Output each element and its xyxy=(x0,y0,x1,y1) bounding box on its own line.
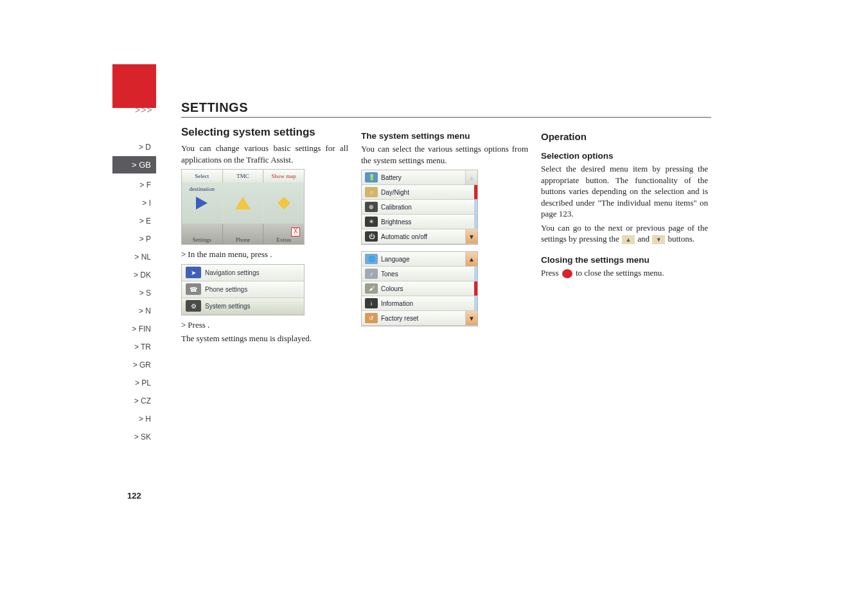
back-button-icon xyxy=(562,269,572,278)
list-item-phone-settings[interactable]: ☎ Phone settings xyxy=(182,281,304,298)
scroll-track xyxy=(474,200,477,214)
colours-label: Colours xyxy=(381,285,403,292)
p3b: to close the settings menu. xyxy=(574,268,664,278)
menu-item-factory-reset[interactable]: ↺ Factory reset ▼ xyxy=(362,311,477,326)
sidebar-item-e[interactable]: > E xyxy=(112,212,156,230)
inline-up-arrow-icon: ▲ xyxy=(622,235,635,244)
p2c: buttons. xyxy=(666,234,695,244)
screenshot-main-menu: Select destination TMC Show map Settings… xyxy=(181,169,305,245)
heading-operation: Operation xyxy=(541,131,708,142)
auto-onoff-label: Automatic on/off xyxy=(381,233,427,240)
sidebar-item-i[interactable]: > I xyxy=(112,194,156,212)
breadcrumb-arrows: >>> xyxy=(135,105,153,115)
menu-item-battery[interactable]: 🔋 Battery ▲ xyxy=(362,170,477,185)
phone-settings-icon: ☎ xyxy=(186,283,201,295)
step1-suffix: . xyxy=(270,249,272,259)
scroll-track-3 xyxy=(474,267,477,281)
scroll-track-2 xyxy=(474,215,477,229)
map-pin-icon xyxy=(278,197,290,209)
scroll-indicator-red xyxy=(474,185,477,199)
sidebar-item-gb[interactable]: > GB xyxy=(112,156,156,173)
menu-item-colours[interactable]: 🖌 Colours xyxy=(362,281,477,296)
nav-settings-icon: ➤ xyxy=(186,267,201,278)
step-arrow: > xyxy=(181,250,188,259)
day-night-label: Day/Night xyxy=(381,189,409,196)
header-rule xyxy=(181,117,711,118)
menu-item-brightness[interactable]: ☀ Brightness xyxy=(362,215,477,229)
paragraph-closing: Press to close the settings menu. xyxy=(541,267,708,279)
tones-label: Tones xyxy=(381,271,398,278)
screenshot-system-menu-top: 🔋 Battery ▲ ☼ Day/Night ⊕ Calibration xyxy=(361,170,478,245)
main-bottom-extras[interactable]: Extras X xyxy=(263,224,304,244)
paragraph-system-menu: You can select the various settings opti… xyxy=(361,143,528,166)
sidebar-item-sk[interactable]: > SK xyxy=(112,428,156,446)
main-tab-tmc[interactable]: TMC xyxy=(223,170,264,182)
header-red-block xyxy=(112,64,156,108)
step-main-press: > In the main menu, press . xyxy=(181,249,348,260)
sidebar-item-tr[interactable]: > TR xyxy=(112,338,156,356)
sidebar-item-fin[interactable]: > FIN xyxy=(112,320,156,338)
step2-suffix: . xyxy=(208,320,209,330)
menu-item-language[interactable]: 🌐 Language ▲ xyxy=(362,252,477,267)
step-press: > Press . xyxy=(181,319,348,331)
menu-item-auto-on-off[interactable]: ⏻ Automatic on/off ▼ xyxy=(362,229,477,244)
brightness-icon: ☀ xyxy=(365,217,378,227)
sidebar-item-nl[interactable]: > NL xyxy=(112,248,156,266)
tmc-warn-icon xyxy=(235,197,251,209)
battery-icon: 🔋 xyxy=(365,172,378,182)
factory-reset-label: Factory reset xyxy=(381,315,418,322)
paragraph-page-nav: You can go to the next or previous page … xyxy=(541,222,708,245)
scroll-track-4 xyxy=(474,296,477,310)
sidebar-item-d[interactable]: > D xyxy=(112,138,156,156)
heading-selecting: Selecting system settings xyxy=(181,126,348,139)
p2b: and xyxy=(635,234,651,244)
sidebar-item-s[interactable]: > S xyxy=(112,284,156,302)
subheading-closing: Closing the settings menu xyxy=(541,255,708,265)
menu-item-tones[interactable]: ♪ Tones xyxy=(362,267,477,281)
information-label: Information xyxy=(381,300,413,307)
scroll-up-active[interactable]: ▲ xyxy=(465,252,477,266)
sidebar-item-h[interactable]: > H xyxy=(112,410,156,428)
sidebar-item-f[interactable]: > F xyxy=(112,176,156,194)
column-system-menu: The system settings menu You can select … xyxy=(361,126,528,347)
menu-item-day-night[interactable]: ☼ Day/Night xyxy=(362,185,477,200)
language-sidebar: > D > GB > F > I > E > P > NL > DK > S >… xyxy=(112,138,156,446)
auto-onoff-icon: ⏻ xyxy=(365,231,378,242)
close-x-icon[interactable]: X xyxy=(291,227,300,236)
paragraph-result: The system settings menu is displayed. xyxy=(181,333,348,344)
brightness-label: Brightness xyxy=(381,218,411,226)
sidebar-item-cz[interactable]: > CZ xyxy=(112,392,156,410)
language-icon: 🌐 xyxy=(365,254,378,264)
calibration-label: Calibration xyxy=(381,204,412,211)
paragraph-selection-options: Select the desired menu item by pressing… xyxy=(541,163,708,220)
main-tab-select-destination[interactable]: Select destination xyxy=(182,170,223,182)
paragraph-intro: You can change various basic settings fo… xyxy=(181,143,348,165)
main-bottom-settings[interactable]: Settings xyxy=(182,224,223,244)
sidebar-item-gr[interactable]: > GR xyxy=(112,356,156,374)
battery-label: Battery xyxy=(381,174,402,181)
screenshot-system-menu-bottom: 🌐 Language ▲ ♪ Tones 🖌 Colours xyxy=(361,251,478,326)
column-selecting-settings: Selecting system settings You can change… xyxy=(181,126,348,347)
factory-reset-icon: ↺ xyxy=(365,313,378,323)
scroll-down-active[interactable]: ▼ xyxy=(465,229,477,244)
scroll-indicator-red-2 xyxy=(474,281,477,296)
phone-settings-label: Phone settings xyxy=(205,286,247,293)
list-item-navigation-settings[interactable]: ➤ Navigation settings xyxy=(182,265,304,281)
sidebar-item-dk[interactable]: > DK xyxy=(112,266,156,284)
screenshot-settings-list: ➤ Navigation settings ☎ Phone settings ⚙… xyxy=(181,264,305,315)
tones-icon: ♪ xyxy=(365,269,378,279)
sidebar-item-p[interactable]: > P xyxy=(112,230,156,248)
main-tab-show-map[interactable]: Show map xyxy=(263,170,304,182)
main-bottom-phone[interactable]: Phone xyxy=(223,224,264,244)
nav-settings-label: Navigation settings xyxy=(205,269,260,276)
step2-arrow: > xyxy=(181,321,188,330)
menu-item-information[interactable]: i Information xyxy=(362,296,477,311)
list-item-system-settings[interactable]: ⚙ System settings xyxy=(182,298,304,315)
sidebar-item-pl[interactable]: > PL xyxy=(112,374,156,392)
calibration-icon: ⊕ xyxy=(365,202,378,212)
menu-item-calibration[interactable]: ⊕ Calibration xyxy=(362,200,477,215)
scroll-down-active-2[interactable]: ▼ xyxy=(465,311,477,325)
sidebar-item-n[interactable]: > N xyxy=(112,302,156,320)
inline-down-arrow-icon: ▼ xyxy=(652,235,665,244)
system-settings-label: System settings xyxy=(205,303,251,310)
